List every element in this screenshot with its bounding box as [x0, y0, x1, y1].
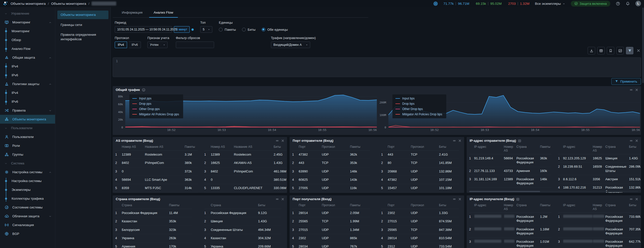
column-header[interactable]: Название AS: [234, 144, 274, 151]
info-icon[interactable]: [142, 88, 145, 92]
table-view-button[interactable]: [597, 47, 605, 54]
plot-area[interactable]: Input ppsDrop ppsOther Drop ppsMitigator…: [125, 93, 377, 127]
download-button[interactable]: [588, 47, 595, 54]
column-header[interactable]: Страна: [605, 202, 629, 213]
panel-close-icon[interactable]: [458, 139, 462, 143]
subnav-item[interactable]: Правила определения интерфейсов: [57, 30, 108, 43]
sidebar-item[interactable]: Мониторинг: [0, 18, 55, 27]
column-header[interactable]: Номер AS: [211, 144, 234, 151]
tab-active[interactable]: Анализ Flow: [148, 7, 179, 18]
chart-view-button[interactable]: [616, 47, 624, 54]
column-header[interactable]: Порт: [299, 144, 322, 151]
sidebar-item[interactable]: Пользователи: [0, 132, 55, 141]
column-header[interactable]: Порт: [388, 144, 411, 151]
column-header[interactable]: Номер AS: [593, 144, 605, 154]
expand-icon[interactable]: [518, 139, 521, 142]
panel-menu-icon[interactable]: [453, 197, 456, 201]
sidebar-item[interactable]: BGP: [0, 229, 55, 238]
protection-status-badge[interactable]: Защита включена: [571, 1, 610, 7]
sidebar-item[interactable]: Общая защита: [0, 53, 55, 62]
close-filters-icon[interactable]: [636, 49, 640, 53]
column-header[interactable]: Биты: [439, 144, 459, 151]
panel-close-icon[interactable]: [281, 139, 285, 143]
legend-item[interactable]: Other Drop bps: [395, 107, 442, 111]
column-header[interactable]: IP-адрес: [563, 144, 593, 154]
sidebar-subitem[interactable]: Обзор: [0, 36, 55, 44]
apply-button[interactable]: Применить: [611, 78, 641, 85]
column-header[interactable]: Биты: [439, 202, 459, 209]
sidebar-section-header[interactable]: Управление: [0, 9, 55, 18]
column-header[interactable]: Страна: [211, 202, 258, 209]
sidebar-subitem[interactable]: IPv6: [0, 71, 55, 80]
radio-option[interactable]: Обе единицы: [262, 28, 288, 31]
column-header[interactable]: Порт: [388, 202, 411, 209]
panel-menu-icon[interactable]: [629, 139, 633, 143]
help-icon[interactable]: [616, 2, 620, 6]
column-header[interactable]: Страна: [122, 202, 169, 209]
legend-item[interactable]: Drop pps: [132, 102, 179, 105]
column-header[interactable]: Пакеты: [350, 202, 370, 209]
sidebar-subitem[interactable]: IPv4: [0, 88, 55, 97]
panel-menu-icon[interactable]: [453, 139, 456, 143]
radio-option[interactable]: Пакеты: [219, 28, 236, 31]
column-header[interactable]: Протокол: [322, 144, 350, 151]
top-select[interactable]: 5: [200, 26, 212, 33]
panel-menu-icon[interactable]: [629, 197, 633, 201]
breadcrumb-item[interactable]: Объекты мониторинга: [11, 2, 46, 6]
panel-close-icon[interactable]: [635, 88, 638, 92]
column-header[interactable]: Номер AS: [504, 202, 516, 213]
user-avatar[interactable]: L: [635, 1, 641, 6]
tab-inactive[interactable]: Информация: [116, 7, 148, 18]
column-header[interactable]: Номер AS: [504, 144, 516, 154]
column-header[interactable]: Название AS: [145, 144, 185, 151]
notifications-bell-icon[interactable]: [626, 2, 630, 6]
column-header[interactable]: Пакеты: [350, 144, 370, 151]
panel-close-icon[interactable]: [635, 139, 638, 143]
protocol-button[interactable]: IPv4: [115, 42, 127, 48]
panel-close-icon[interactable]: [458, 197, 462, 201]
sidebar-subitem[interactable]: Мониторинг: [0, 27, 55, 36]
legend-item[interactable]: Drop bps: [395, 102, 442, 105]
panel-close-icon[interactable]: [281, 197, 285, 201]
period-preset-button[interactable]: 5 минут: [174, 26, 190, 33]
radio-option[interactable]: Биты: [242, 28, 256, 31]
sidebar-item[interactable]: Правила: [0, 106, 55, 115]
sidebar-subitem[interactable]: Экземпляры: [0, 185, 55, 194]
app-logo-icon[interactable]: [3, 1, 8, 6]
subnav-item[interactable]: Границы сети: [57, 21, 108, 29]
panel-menu-icon[interactable]: [275, 139, 279, 143]
panel-menu-icon[interactable]: [629, 88, 633, 92]
column-header[interactable]: IP-адрес: [474, 202, 504, 213]
instances-dropdown[interactable]: Все экземпляры: [535, 2, 566, 6]
legend-item[interactable]: Mitigator All Policies Drop bps: [395, 113, 442, 116]
legend-item[interactable]: Input bps: [395, 97, 442, 100]
column-header[interactable]: Протокол: [322, 202, 350, 209]
expand-icon[interactable]: [516, 197, 519, 201]
mitigation-wheel-icon[interactable]: [433, 1, 438, 6]
column-header[interactable]: Пакеты: [169, 202, 192, 209]
panel-close-icon[interactable]: [635, 197, 638, 201]
subnav-item[interactable]: Объекты мониторинга: [57, 11, 108, 19]
column-header[interactable]: Биты: [258, 202, 281, 209]
column-header[interactable]: Протокол: [411, 202, 439, 209]
sidebar-item[interactable]: Сигнализация: [0, 221, 55, 229]
column-header[interactable]: Пакеты: [185, 144, 198, 151]
column-header[interactable]: IP-адрес: [474, 144, 504, 154]
sidebar-section-header[interactable]: Пользователи: [0, 124, 55, 132]
column-header[interactable]: Номер AS: [593, 202, 605, 213]
stat-pair[interactable]: 69.15k95.02M: [476, 2, 502, 6]
sidebar-item[interactable]: Состояние системы: [0, 203, 55, 212]
column-header[interactable]: IP-адрес: [563, 202, 593, 213]
accounting-select[interactable]: Учтен: [147, 42, 168, 48]
column-header[interactable]: Номер AS: [122, 144, 145, 151]
bookmark-button[interactable]: [607, 47, 614, 54]
column-header[interactable]: Порт: [299, 202, 322, 209]
protocol-button[interactable]: IPv6: [129, 42, 141, 48]
sidebar-subitem[interactable]: Настройка системы: [0, 176, 55, 185]
column-header[interactable]: Пакеты: [540, 202, 552, 213]
sidebar-item[interactable]: Группы: [0, 150, 55, 159]
column-header[interactable]: Биты: [274, 144, 287, 151]
breadcrumb-item-redacted[interactable]: [92, 2, 116, 6]
sidebar-subitem[interactable]: Анализ Flow: [0, 44, 55, 53]
sidebar-subitem[interactable]: IPv4: [0, 62, 55, 71]
